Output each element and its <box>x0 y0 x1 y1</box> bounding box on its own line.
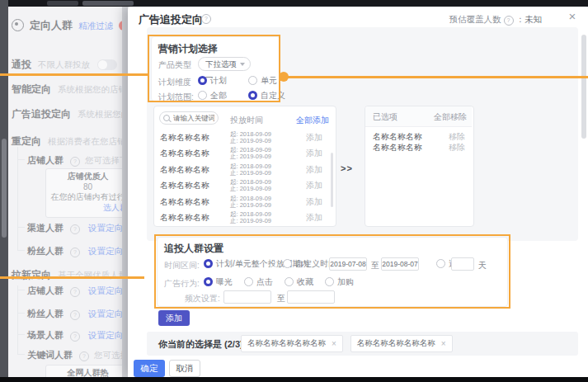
sidebar-item-laxin[interactable]: 拉新定向 <box>12 269 51 281</box>
behavior-option[interactable]: 曝光 <box>204 276 233 288</box>
precise-filter-link[interactable]: 精准过滤 <box>78 21 113 31</box>
remove-tag-icon[interactable] <box>332 339 336 348</box>
tongtou-toggle[interactable] <box>97 59 117 70</box>
tree-stub <box>17 290 25 290</box>
add-row-button[interactable]: 添加 <box>306 132 322 144</box>
sidebar-item-fans-audience-2[interactable]: 粉丝人群 <box>27 309 64 318</box>
confirm-button[interactable]: 确定 <box>134 360 165 377</box>
behavior-option[interactable]: 加购 <box>325 276 354 288</box>
radio-icon[interactable] <box>198 91 207 100</box>
frequency-max-input[interactable] <box>287 290 335 304</box>
plan-row[interactable]: 名称名称名称 起: 2018-09-09 止: 2019-09-09 添加 <box>154 178 334 195</box>
targeting-sidebar: 定向人群 精准过滤 New 通投 不限人群投放 智能定向 系统根据您的店铺或宝贝… <box>8 7 128 377</box>
radio-icon[interactable] <box>285 277 294 286</box>
behavior-label: 曝光 <box>216 277 233 286</box>
add-row-button[interactable]: 添加 <box>306 164 322 176</box>
radio-option[interactable]: 单元 <box>248 75 277 87</box>
end-date: 止: 2019-09-09 <box>230 153 271 160</box>
sidebar-item-tongtou[interactable]: 通投 <box>12 59 31 70</box>
radio-icon[interactable] <box>325 277 334 286</box>
modal-help-icon[interactable]: ? <box>201 14 211 24</box>
shop-audience-card[interactable]: 店铺优质人 80 在您的店铺内有过行 选人群 <box>45 168 128 218</box>
behavior-option[interactable]: 收藏 <box>285 276 313 288</box>
help-icon[interactable]: ? <box>70 287 80 297</box>
set-targeting-link[interactable]: 设置定向 <box>88 246 123 256</box>
sidebar-item-smart-targeting[interactable]: 智能定向 <box>12 83 51 95</box>
help-icon[interactable]: ? <box>70 332 80 342</box>
list-scrollbar-thumb[interactable] <box>331 153 333 207</box>
selected-row[interactable]: 名称名称名称 移除 <box>365 142 472 153</box>
behavior-option[interactable]: 点击 <box>244 276 273 288</box>
time-column-header: 投放时间 <box>230 115 263 126</box>
radio-icon[interactable] <box>248 76 257 85</box>
sidebar-item-shop-audience-2[interactable]: 店铺人群 <box>27 285 64 295</box>
set-targeting-link[interactable]: 设置定向 <box>88 309 123 318</box>
sidebar-item-scene-audience[interactable]: 场景人群 <box>27 330 64 340</box>
remove-tag-icon[interactable] <box>441 339 446 348</box>
selected-name: 名称名称名称 <box>373 142 422 153</box>
sidebar-item-shop-audience[interactable]: 店铺人群 <box>27 155 64 165</box>
page-top-header <box>0 0 588 7</box>
add-row-button[interactable]: 添加 <box>306 212 322 224</box>
radio-icon[interactable] <box>198 76 207 85</box>
header-dropdown-blur <box>82 1 134 6</box>
radio-icon[interactable] <box>436 259 445 268</box>
add-row-button[interactable]: 添加 <box>306 180 322 191</box>
start-date-input[interactable]: 2019-07-08 <box>329 257 367 271</box>
set-targeting-link[interactable]: 设置定向 <box>88 285 123 295</box>
bottom-black-bar <box>0 377 588 382</box>
radio-icon[interactable] <box>204 259 213 268</box>
keyword-audience-card[interactable]: 全网人群热 6.07B <box>45 365 128 377</box>
radio-icon[interactable] <box>204 277 213 286</box>
radio-option[interactable]: 自定义 <box>248 90 285 101</box>
page-scrollbar-thumb[interactable] <box>2 139 7 238</box>
plan-row[interactable]: 名称名称名称 起: 2018-09-09 止: 2019-09-09 添加 <box>154 162 334 178</box>
selected-row[interactable]: 名称名称名称 移除 <box>365 131 472 142</box>
add-row-button[interactable]: 添加 <box>306 196 322 208</box>
sidebar-item-fans-audience[interactable]: 粉丝人群 <box>27 246 64 256</box>
plan-row[interactable]: 名称名称名称 起: 2018-09-09 止: 2019-09-09 添加 <box>154 146 334 163</box>
add-button[interactable]: 添加 <box>158 310 190 326</box>
help-icon[interactable]: ? <box>70 157 80 167</box>
close-icon[interactable] <box>566 10 579 23</box>
add-all-link[interactable]: 全部添加 <box>296 115 329 126</box>
selected-rows: 名称名称名称 移除 名称名称名称 移除 <box>365 131 472 153</box>
sidebar-item-retarget[interactable]: 重定向 <box>12 135 41 147</box>
plan-dimension-options: 计划单元 <box>198 75 277 87</box>
remove-row-button[interactable]: 移除 <box>449 131 465 143</box>
recent-days-input[interactable] <box>451 257 474 271</box>
set-targeting-link[interactable]: 设置定向 <box>88 330 123 340</box>
plan-row[interactable]: 名称名称名称 起: 2018-09-09 止: 2019-09-09 添加 <box>154 194 334 210</box>
help-icon[interactable]: ? <box>70 310 80 320</box>
header-item-blur <box>47 1 78 6</box>
remove-row-button[interactable]: 移除 <box>449 142 465 153</box>
ad-behavior-label: 广告行为: <box>164 278 200 290</box>
help-icon[interactable]: ? <box>79 351 89 361</box>
end-date-input[interactable]: 2019-08-07 <box>381 257 419 271</box>
radio-icon[interactable] <box>283 259 292 268</box>
radio-option[interactable]: 全部 <box>198 90 227 101</box>
radio-icon[interactable] <box>248 91 257 100</box>
plan-dates: 起: 2018-09-09 止: 2019-09-09 <box>230 147 271 160</box>
remove-all-link[interactable]: 全部移除 <box>434 111 467 123</box>
sidebar-item-channel-audience[interactable]: 渠道人群 <box>27 223 64 233</box>
plan-row[interactable]: 名称名称名称 起: 2018-09-09 止: 2019-09-09 添加 <box>154 210 334 227</box>
modal-scrollbar-thumb[interactable] <box>581 35 586 139</box>
page-scrollbar[interactable] <box>0 0 8 382</box>
radio-icon[interactable] <box>244 277 253 286</box>
pick-audience-link[interactable]: 选人群 <box>48 203 128 214</box>
info-icon[interactable]: ? <box>504 16 514 26</box>
selected-title: 已选项 <box>373 111 397 123</box>
product-type-select[interactable]: 下拉选项一 <box>198 57 251 71</box>
sidebar-item-keyword-audience[interactable]: 关键词人群 <box>27 350 73 360</box>
help-icon[interactable]: ? <box>70 224 80 234</box>
frequency-label: 频次设置: <box>185 293 220 304</box>
plan-row[interactable]: 名称名称名称 起: 2018-09-09 止: 2019-09-09 添加 <box>154 130 334 146</box>
frequency-min-input[interactable] <box>223 290 271 304</box>
sidebar-item-ad-retarget[interactable]: 广告追投定向 <box>12 108 71 120</box>
cancel-button[interactable]: 取消 <box>169 360 200 377</box>
add-row-button[interactable]: 添加 <box>306 148 322 159</box>
help-icon[interactable]: ? <box>70 248 80 257</box>
radio-option[interactable]: 计划 <box>198 75 227 87</box>
set-targeting-link[interactable]: 设置定向 <box>88 223 123 233</box>
